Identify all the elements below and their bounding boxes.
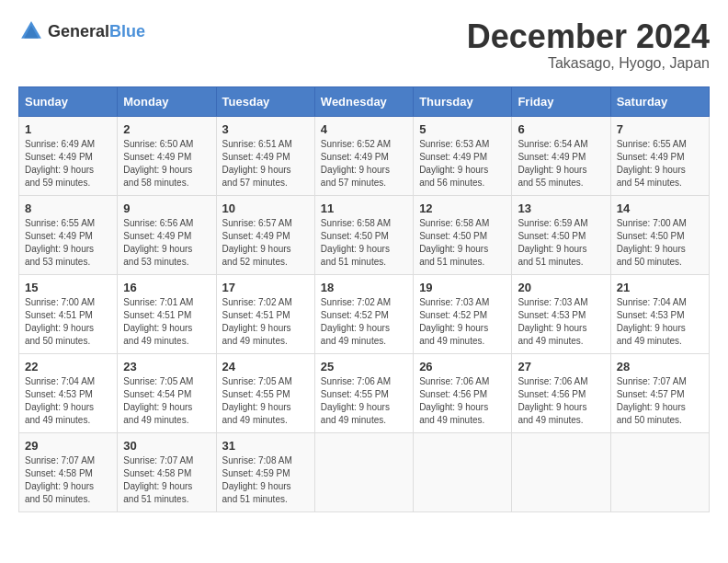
day-info: Sunrise: 6:56 AMSunset: 4:49 PMDaylight:… [123,217,210,269]
week-row-5: 29 Sunrise: 7:07 AMSunset: 4:58 PMDaylig… [19,432,710,511]
day-cell: 20 Sunrise: 7:03 AMSunset: 4:53 PMDaylig… [512,274,610,353]
day-info: Sunrise: 7:07 AMSunset: 4:58 PMDaylight:… [123,454,210,506]
day-info: Sunrise: 7:02 AMSunset: 4:51 PMDaylight:… [222,296,309,348]
logo-text-blue: Blue [109,22,145,40]
day-header-row: SundayMondayTuesdayWednesdayThursdayFrid… [19,86,710,116]
day-info: Sunrise: 7:03 AMSunset: 4:52 PMDaylight:… [419,296,506,348]
day-number: 6 [518,122,604,136]
day-number: 23 [123,360,210,373]
day-cell: 12 Sunrise: 6:58 AMSunset: 4:50 PMDaylig… [414,195,512,274]
day-cell [512,432,610,511]
day-number: 25 [321,360,407,373]
day-cell: 8 Sunrise: 6:55 AMSunset: 4:49 PMDayligh… [19,195,118,274]
day-cell: 13 Sunrise: 6:59 AMSunset: 4:50 PMDaylig… [512,195,610,274]
day-number: 22 [25,360,111,373]
day-info: Sunrise: 6:53 AMSunset: 4:49 PMDaylight:… [419,138,506,190]
day-cell [610,432,709,511]
day-number: 12 [419,201,506,215]
month-title: December 2024 [467,18,710,55]
week-row-2: 8 Sunrise: 6:55 AMSunset: 4:49 PMDayligh… [19,195,710,274]
day-info: Sunrise: 7:01 AMSunset: 4:51 PMDaylight:… [123,296,210,348]
day-info: Sunrise: 6:49 AMSunset: 4:49 PMDaylight:… [25,138,111,190]
day-info: Sunrise: 6:54 AMSunset: 4:49 PMDaylight:… [518,138,604,190]
day-number: 7 [617,122,703,136]
day-cell: 18 Sunrise: 7:02 AMSunset: 4:52 PMDaylig… [314,274,413,353]
day-number: 11 [321,201,407,215]
calendar-table: SundayMondayTuesdayWednesdayThursdayFrid… [18,86,710,512]
day-cell: 2 Sunrise: 6:50 AMSunset: 4:49 PMDayligh… [118,116,216,195]
day-number: 13 [518,201,604,215]
day-number: 29 [25,439,111,453]
day-cell: 26 Sunrise: 7:06 AMSunset: 4:56 PMDaylig… [414,353,512,432]
day-number: 21 [617,281,703,294]
day-info: Sunrise: 6:57 AMSunset: 4:49 PMDaylight:… [222,217,309,269]
day-number: 1 [25,122,111,136]
day-info: Sunrise: 6:58 AMSunset: 4:50 PMDaylight:… [419,217,506,269]
day-number: 31 [222,439,309,453]
day-info: Sunrise: 6:59 AMSunset: 4:50 PMDaylight:… [518,217,604,269]
day-number: 28 [617,360,703,373]
title-section: December 2024 Takasago, Hyogo, Japan [467,18,710,72]
day-cell: 5 Sunrise: 6:53 AMSunset: 4:49 PMDayligh… [414,116,512,195]
day-cell: 25 Sunrise: 7:06 AMSunset: 4:55 PMDaylig… [314,353,413,432]
day-cell: 30 Sunrise: 7:07 AMSunset: 4:58 PMDaylig… [118,432,216,511]
day-cell: 28 Sunrise: 7:07 AMSunset: 4:57 PMDaylig… [610,353,709,432]
day-info: Sunrise: 7:08 AMSunset: 4:59 PMDaylight:… [222,454,309,506]
day-info: Sunrise: 7:06 AMSunset: 4:56 PMDaylight:… [518,375,604,427]
day-info: Sunrise: 7:04 AMSunset: 4:53 PMDaylight:… [25,375,111,427]
day-cell [414,432,512,511]
day-cell [314,432,413,511]
day-info: Sunrise: 7:00 AMSunset: 4:51 PMDaylight:… [25,296,111,348]
day-info: Sunrise: 7:07 AMSunset: 4:58 PMDaylight:… [25,454,111,506]
day-cell: 27 Sunrise: 7:06 AMSunset: 4:56 PMDaylig… [512,353,610,432]
day-cell: 31 Sunrise: 7:08 AMSunset: 4:59 PMDaylig… [216,432,314,511]
day-info: Sunrise: 7:05 AMSunset: 4:55 PMDaylight:… [222,375,309,427]
day-number: 20 [518,281,604,294]
week-row-4: 22 Sunrise: 7:04 AMSunset: 4:53 PMDaylig… [19,353,710,432]
day-cell: 29 Sunrise: 7:07 AMSunset: 4:58 PMDaylig… [19,432,118,511]
day-number: 8 [25,201,111,215]
day-number: 10 [222,201,309,215]
day-header-wednesday: Wednesday [314,86,413,116]
location: Takasago, Hyogo, Japan [467,55,710,72]
day-cell: 22 Sunrise: 7:04 AMSunset: 4:53 PMDaylig… [19,353,118,432]
page-header: GeneralBlue December 2024 Takasago, Hyog… [18,18,710,72]
day-number: 30 [123,439,210,453]
day-info: Sunrise: 6:51 AMSunset: 4:49 PMDaylight:… [222,138,309,190]
day-header-tuesday: Tuesday [216,86,314,116]
day-cell: 10 Sunrise: 6:57 AMSunset: 4:49 PMDaylig… [216,195,314,274]
week-row-1: 1 Sunrise: 6:49 AMSunset: 4:49 PMDayligh… [19,116,710,195]
day-number: 24 [222,360,309,373]
day-info: Sunrise: 7:07 AMSunset: 4:57 PMDaylight:… [617,375,703,427]
day-number: 16 [123,281,210,294]
day-cell: 4 Sunrise: 6:52 AMSunset: 4:49 PMDayligh… [314,116,413,195]
day-info: Sunrise: 7:02 AMSunset: 4:52 PMDaylight:… [321,296,407,348]
day-info: Sunrise: 6:55 AMSunset: 4:49 PMDaylight:… [25,217,111,269]
day-info: Sunrise: 7:04 AMSunset: 4:53 PMDaylight:… [617,296,703,348]
day-number: 19 [419,281,506,294]
day-info: Sunrise: 6:58 AMSunset: 4:50 PMDaylight:… [321,217,407,269]
day-number: 4 [321,122,407,136]
logo: GeneralBlue [18,18,145,44]
day-cell: 17 Sunrise: 7:02 AMSunset: 4:51 PMDaylig… [216,274,314,353]
day-cell: 1 Sunrise: 6:49 AMSunset: 4:49 PMDayligh… [19,116,118,195]
day-number: 14 [617,201,703,215]
day-cell: 16 Sunrise: 7:01 AMSunset: 4:51 PMDaylig… [118,274,216,353]
day-header-saturday: Saturday [610,86,709,116]
day-number: 2 [123,122,210,136]
day-cell: 21 Sunrise: 7:04 AMSunset: 4:53 PMDaylig… [610,274,709,353]
day-header-monday: Monday [118,86,216,116]
day-header-thursday: Thursday [414,86,512,116]
day-info: Sunrise: 7:06 AMSunset: 4:56 PMDaylight:… [419,375,506,427]
logo-text-general: General [48,22,109,40]
day-cell: 24 Sunrise: 7:05 AMSunset: 4:55 PMDaylig… [216,353,314,432]
day-number: 18 [321,281,407,294]
day-number: 27 [518,360,604,373]
day-cell: 19 Sunrise: 7:03 AMSunset: 4:52 PMDaylig… [414,274,512,353]
day-cell: 3 Sunrise: 6:51 AMSunset: 4:49 PMDayligh… [216,116,314,195]
day-number: 15 [25,281,111,294]
day-header-sunday: Sunday [19,86,118,116]
day-info: Sunrise: 6:55 AMSunset: 4:49 PMDaylight:… [617,138,703,190]
day-number: 9 [123,201,210,215]
day-info: Sunrise: 7:00 AMSunset: 4:50 PMDaylight:… [617,217,703,269]
